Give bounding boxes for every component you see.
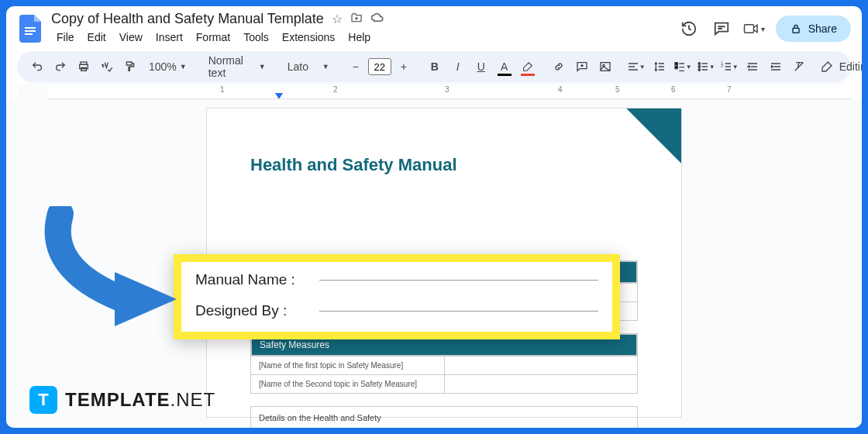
svg-rect-1 xyxy=(25,30,36,32)
indent-marker[interactable] xyxy=(275,93,283,99)
menu-edit[interactable]: Edit xyxy=(82,28,112,46)
indent-decrease-button[interactable] xyxy=(742,56,763,78)
svg-point-13 xyxy=(698,66,701,68)
svg-rect-10 xyxy=(675,63,677,65)
bullet-list-button[interactable]: ▼ xyxy=(695,56,717,78)
line-spacing-button[interactable] xyxy=(649,56,670,78)
fontsize-input[interactable]: 22 xyxy=(368,58,391,75)
share-button[interactable]: Share xyxy=(776,16,851,42)
pencil-icon xyxy=(821,60,833,73)
redo-button[interactable] xyxy=(50,56,71,78)
arrow-graphic xyxy=(29,206,184,330)
spellcheck-button[interactable] xyxy=(96,56,118,78)
safety-table[interactable]: Safety Measures [Name of the first topic… xyxy=(250,333,638,394)
header-bar: Copy of Health and Safety Manual Templat… xyxy=(6,6,862,46)
font-dropdown[interactable]: Lato▼ xyxy=(281,56,336,78)
watermark: T TEMPLATE.NET xyxy=(29,386,215,414)
indent-increase-button[interactable] xyxy=(765,56,787,78)
horizontal-ruler[interactable]: 1 2 3 4 5 6 7 xyxy=(48,85,851,99)
fontsize-decrease[interactable]: − xyxy=(345,56,367,78)
share-label: Share xyxy=(808,22,837,35)
svg-text:2: 2 xyxy=(721,64,723,68)
svg-rect-3 xyxy=(744,25,753,33)
underline-button[interactable]: U xyxy=(470,56,492,78)
document-title[interactable]: Copy of Health and Safety Manual Templat… xyxy=(51,11,324,27)
ruler-container: 1 2 3 4 5 6 7 xyxy=(6,82,862,99)
svg-rect-7 xyxy=(81,67,87,71)
svg-point-14 xyxy=(698,69,701,71)
print-button[interactable] xyxy=(73,56,95,78)
highlight-callout: Manual Name : Designed By : xyxy=(174,254,620,339)
canvas-area: Health and Safety Manual Health Measures… xyxy=(6,99,862,428)
doc-heading[interactable]: Health and Safety Manual xyxy=(250,155,638,175)
menu-bar: File Edit View Insert Format Tools Exten… xyxy=(51,28,672,46)
image-button[interactable] xyxy=(594,56,616,78)
comments-icon[interactable] xyxy=(711,18,732,40)
svg-rect-2 xyxy=(25,33,33,35)
field-label-manual: Manual Name : xyxy=(195,271,312,288)
highlight-button[interactable] xyxy=(517,56,539,78)
app-window: Copy of Health and Safety Manual Templat… xyxy=(6,6,862,428)
style-dropdown[interactable]: Normal text▼ xyxy=(202,56,272,78)
docs-logo[interactable] xyxy=(17,15,45,43)
paint-format-button[interactable] xyxy=(119,56,141,78)
svg-rect-0 xyxy=(25,27,36,29)
italic-button[interactable]: I xyxy=(447,56,469,78)
watermark-logo: T xyxy=(29,386,57,414)
table-cell[interactable]: [Name of the first topic in Safety Measu… xyxy=(251,356,445,374)
move-icon[interactable] xyxy=(350,12,363,26)
checklist-button[interactable]: ▼ xyxy=(672,56,694,78)
menu-extensions[interactable]: Extensions xyxy=(277,28,340,46)
clear-format-button[interactable] xyxy=(788,56,810,78)
zoom-dropdown[interactable]: 100%▼ xyxy=(143,56,193,78)
align-button[interactable]: ▼ xyxy=(625,56,647,78)
svg-point-12 xyxy=(698,63,701,65)
menu-tools[interactable]: Tools xyxy=(238,28,274,46)
menu-file[interactable]: File xyxy=(51,28,80,46)
menu-insert[interactable]: Insert xyxy=(150,28,188,46)
menu-view[interactable]: View xyxy=(114,28,148,46)
lock-icon xyxy=(790,22,802,35)
meet-icon[interactable]: ▾ xyxy=(743,18,765,40)
undo-button[interactable] xyxy=(26,56,48,78)
cloud-status-icon[interactable] xyxy=(370,12,384,26)
mode-dropdown[interactable]: Editing ▼ xyxy=(813,60,862,73)
fontsize-increase[interactable]: + xyxy=(393,56,415,78)
details-section[interactable]: Details on the Health and Safety xyxy=(250,406,638,428)
field-line xyxy=(319,311,598,312)
menu-format[interactable]: Format xyxy=(191,28,236,46)
comment-button[interactable] xyxy=(571,56,593,78)
svg-rect-11 xyxy=(675,66,677,68)
toolbar: 100%▼ Normal text▼ Lato▼ − 22 + B I U A … xyxy=(17,51,851,82)
table-cell[interactable]: [Name of the Second topic in Safety Meas… xyxy=(251,375,445,393)
field-line xyxy=(319,280,598,281)
bold-button[interactable]: B xyxy=(424,56,446,78)
svg-rect-4 xyxy=(793,28,799,33)
text-color-button[interactable]: A xyxy=(494,56,515,78)
history-icon[interactable] xyxy=(678,18,700,40)
numbered-list-button[interactable]: 12▼ xyxy=(718,56,740,78)
star-icon[interactable]: ☆ xyxy=(332,12,343,26)
link-button[interactable] xyxy=(548,56,570,78)
menu-help[interactable]: Help xyxy=(343,28,376,46)
field-label-designed: Designed By : xyxy=(195,302,312,319)
corner-graphic xyxy=(604,108,681,186)
